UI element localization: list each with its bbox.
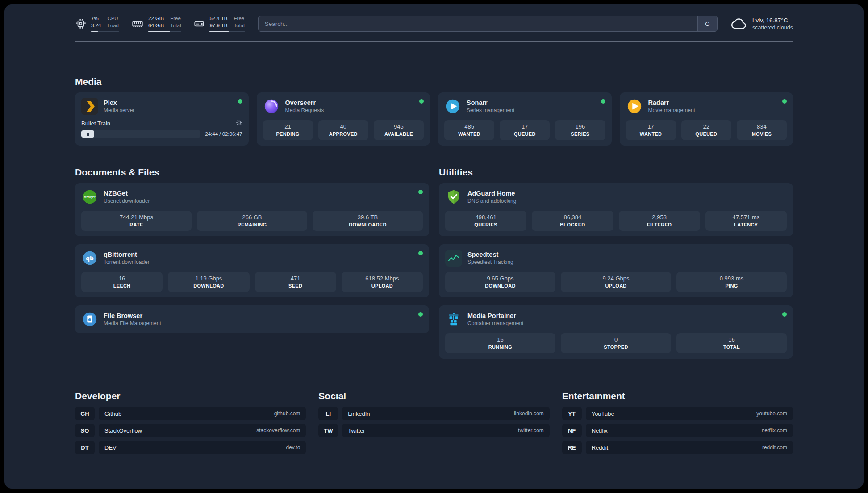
bookmark-abbr: TW xyxy=(318,424,338,437)
stat-queued: 17 QUEUED xyxy=(500,120,550,140)
bookmark-abbr: YT xyxy=(562,407,582,420)
bookmark-url: stackoverflow.com xyxy=(256,427,300,434)
bookmark-bar: Netflix netflix.com xyxy=(586,424,793,437)
bookmark-bar: Reddit reddit.com xyxy=(586,441,793,454)
bookmark-reddit[interactable]: RE Reddit reddit.com xyxy=(562,441,793,454)
app-card-radarr[interactable]: Radarr Movie management 17 WANTED 22 QUE… xyxy=(620,92,793,146)
stat-label: UPLOAD xyxy=(343,283,421,288)
disk-readout: 52.4 TB 97.9 TB Free Total xyxy=(209,15,244,32)
stat-queries: 498,461 QUERIES xyxy=(445,211,526,231)
stat-rate: 744.21 Mbps RATE xyxy=(81,211,192,231)
app-name: Plex xyxy=(104,99,134,106)
bookmark-name: LinkedIn xyxy=(348,410,370,417)
bookmark-dev[interactable]: DT DEV dev.to xyxy=(75,441,306,454)
speedtest-icon xyxy=(445,250,462,267)
dashboard: 7% 3.24 CPU Load xyxy=(4,4,864,489)
bookmark-url: linkedin.com xyxy=(514,410,544,417)
stat-value: 86,384 xyxy=(534,214,611,221)
disk-widget: 52.4 TB 97.9 TB Free Total xyxy=(193,15,244,32)
middle-columns: Documents & Files nzbget NZBGet Usenet d… xyxy=(75,167,793,359)
ram-icon xyxy=(131,18,144,29)
cpu-icon xyxy=(75,18,87,29)
app-card-overseerr[interactable]: Overseerr Media Requests 21 PENDING 40 A… xyxy=(257,92,430,146)
media-cards-row: Plex Media server Bullet Train xyxy=(75,92,793,146)
stat-value: 1.19 Gbps xyxy=(170,275,247,282)
stat-stopped: 0 STOPPED xyxy=(561,333,671,353)
ram-usage-bar xyxy=(148,31,181,32)
playback-progress-fill xyxy=(81,130,94,138)
status-dot xyxy=(238,99,242,104)
app-description: Media server xyxy=(104,107,134,113)
disk-total-value: 97.9 TB xyxy=(209,22,227,29)
section-title-utilities: Utilities xyxy=(439,167,793,178)
stat-queued: 22 QUEUED xyxy=(681,120,731,140)
radarr-icon xyxy=(626,98,643,115)
app-card-nzbget[interactable]: nzbget NZBGet Usenet downloader 744.21 M… xyxy=(75,183,429,236)
status-dot xyxy=(419,99,424,104)
stat-pending: 21 PENDING xyxy=(263,120,313,140)
cpu-label: CPU xyxy=(107,15,119,22)
app-card-portainer[interactable]: Media Portainer Container management 16 … xyxy=(439,305,793,359)
cpu-readout: 7% 3.24 CPU Load xyxy=(91,15,119,32)
header-divider xyxy=(75,41,793,42)
ram-total-label: Total xyxy=(170,22,181,29)
app-card-adguard[interactable]: AdGuard Home DNS and adblocking 498,461 … xyxy=(439,183,793,236)
ram-free-value: 22 GiB xyxy=(148,15,164,22)
ram-usage-fill xyxy=(148,31,170,32)
app-card-filebrowser[interactable]: File Browser Media File Management xyxy=(75,305,429,333)
stat-value: 47.571 ms xyxy=(707,214,785,221)
app-name: AdGuard Home xyxy=(467,190,516,197)
bookmark-abbr: SO xyxy=(75,424,95,437)
bookmark-url: youtube.com xyxy=(756,410,787,417)
status-dot xyxy=(601,99,605,104)
stat-value: 834 xyxy=(739,123,785,130)
stat-value: 16 xyxy=(678,336,785,343)
section-documents: Documents & Files nzbget NZBGet Usenet d… xyxy=(75,167,429,359)
disk-total-label: Total xyxy=(234,22,245,29)
app-card-qbittorrent[interactable]: qb qBittorrent Torrent downloader 16 LEE… xyxy=(75,244,429,297)
playback-progress-bar[interactable] xyxy=(81,130,200,138)
search-engine-button[interactable]: G xyxy=(697,16,717,31)
bookmark-name: Twitter xyxy=(348,427,365,434)
stat-label: WANTED xyxy=(446,131,492,137)
cpu-widget: 7% 3.24 CPU Load xyxy=(75,15,119,32)
player-settings-button[interactable] xyxy=(236,119,242,127)
app-card-plex[interactable]: Plex Media server Bullet Train xyxy=(75,92,249,146)
stat-label: QUEUED xyxy=(683,131,730,137)
app-card-speedtest[interactable]: Speedtest Speedtest Tracking 9.65 Gbps D… xyxy=(439,244,793,297)
weather-widget[interactable]: Lviv, 16.87°C scattered clouds xyxy=(731,17,793,31)
stat-label: SEED xyxy=(257,283,334,288)
bookmark-linkedin[interactable]: LI LinkedIn linkedin.com xyxy=(318,407,549,420)
stat-seed: 471 SEED xyxy=(255,272,336,292)
bookmark-group-developer: Developer GH Github github.com SO StackO… xyxy=(75,391,306,454)
bookmark-youtube[interactable]: YT YouTube youtube.com xyxy=(562,407,793,420)
weather-condition: scattered clouds xyxy=(752,25,793,31)
stat-download: 1.19 Gbps DOWNLOAD xyxy=(168,272,249,292)
bookmark-name: YouTube xyxy=(592,410,614,417)
search-input[interactable] xyxy=(259,16,697,31)
stat-label: APPROVED xyxy=(320,131,367,137)
stat-value: 618.52 Mbps xyxy=(343,275,421,282)
stat-label: DOWNLOAD xyxy=(170,283,247,288)
bookmark-netflix[interactable]: NF Netflix netflix.com xyxy=(562,424,793,437)
bookmark-group-title: Entertainment xyxy=(562,391,793,401)
bookmark-github[interactable]: GH Github github.com xyxy=(75,407,306,420)
stat-series: 196 SERIES xyxy=(555,120,605,140)
app-name: File Browser xyxy=(104,312,161,319)
section-title-media: Media xyxy=(75,76,793,87)
stat-value: 945 xyxy=(376,123,422,130)
bookmark-twitter[interactable]: TW Twitter twitter.com xyxy=(318,424,549,437)
stat-label: AVAILABLE xyxy=(376,131,422,137)
weather-location: Lviv, 16.87°C xyxy=(752,17,793,24)
bookmark-abbr: DT xyxy=(75,441,95,454)
stat-label: WANTED xyxy=(628,131,674,137)
bookmark-bar: Twitter twitter.com xyxy=(342,424,549,437)
stat-label: PING xyxy=(678,283,785,288)
bookmark-abbr: NF xyxy=(562,424,582,437)
app-card-sonarr[interactable]: Sonarr Series management 485 WANTED 17 Q… xyxy=(438,92,612,146)
bookmark-url: dev.to xyxy=(286,444,300,451)
section-title-documents: Documents & Files xyxy=(75,167,429,178)
svg-text:qb: qb xyxy=(86,255,94,262)
status-dot xyxy=(418,312,423,317)
bookmark-stackoverflow[interactable]: SO StackOverflow stackoverflow.com xyxy=(75,424,306,437)
